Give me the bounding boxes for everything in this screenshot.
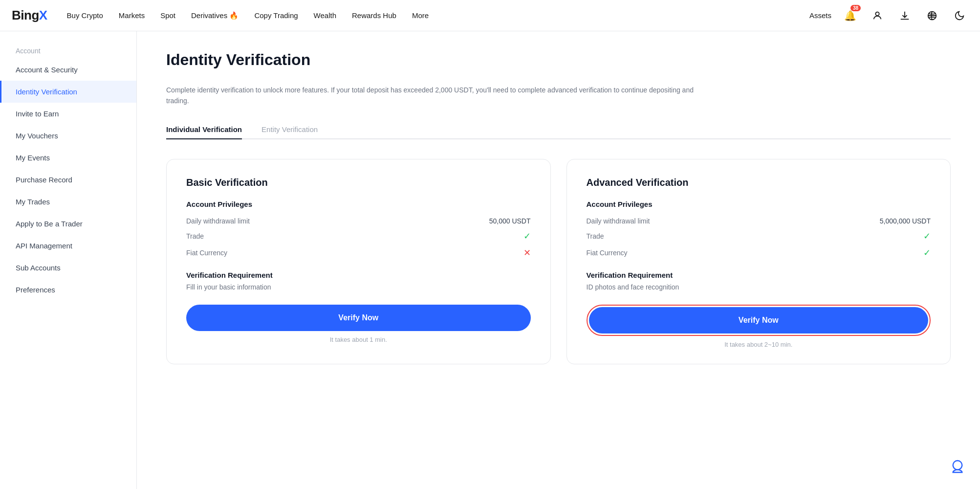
sidebar-item-api-management[interactable]: API Management <box>0 235 136 257</box>
sidebar-item-my-vouchers[interactable]: My Vouchers <box>0 125 136 147</box>
notification-button[interactable]: 🔔 38 <box>841 7 859 24</box>
advanced-withdrawal-label: Daily withdrawal limit <box>587 217 650 225</box>
advanced-verify-now-button[interactable]: Verify Now <box>589 307 929 333</box>
advanced-req-label: Verification Requirement <box>587 271 931 279</box>
nav-copy-trading[interactable]: Copy Trading <box>254 11 298 20</box>
verification-tabs: Individual Verification Entity Verificat… <box>166 120 951 139</box>
fiat-x-icon: ✕ <box>523 247 531 258</box>
language-button[interactable] <box>923 7 941 24</box>
advanced-fiat-check-icon: ✓ <box>923 247 931 258</box>
basic-verify-time: It takes about 1 min. <box>186 336 531 343</box>
basic-withdrawal-label: Daily withdrawal limit <box>186 217 250 225</box>
advanced-withdrawal-value: 5,000,000 USDT <box>880 217 931 225</box>
nav-derivatives[interactable]: Derivatives 🔥 <box>191 11 239 20</box>
support-chat-button[interactable] <box>947 456 968 477</box>
nav-rewards-hub[interactable]: Rewards Hub <box>352 11 396 20</box>
page-description: Complete identity verification to unlock… <box>166 85 704 107</box>
sidebar-item-preferences[interactable]: Preferences <box>0 279 136 301</box>
basic-withdrawal-limit-row: Daily withdrawal limit 50,000 USDT <box>186 214 531 228</box>
download-button[interactable] <box>896 7 914 24</box>
sidebar: Account Account & Security Identity Veri… <box>0 31 137 489</box>
tab-individual-verification[interactable]: Individual Verification <box>166 120 242 139</box>
basic-trade-label: Trade <box>186 232 204 240</box>
basic-withdrawal-value: 50,000 USDT <box>489 217 531 225</box>
basic-fiat-row: Fiat Currency ✕ <box>186 244 531 261</box>
basic-card-title: Basic Verification <box>186 177 531 188</box>
advanced-trade-label: Trade <box>587 232 604 240</box>
nav-spot[interactable]: Spot <box>160 11 175 20</box>
nav-buy-crypto[interactable]: Buy Crypto <box>67 11 103 20</box>
header: BingX Buy Crypto Markets Spot Derivative… <box>0 0 980 31</box>
page-title: Identity Verification <box>166 51 951 69</box>
main-nav: Buy Crypto Markets Spot Derivatives 🔥 Co… <box>67 11 809 20</box>
advanced-verification-card: Advanced Verification Account Privileges… <box>566 159 951 364</box>
nav-wealth[interactable]: Wealth <box>314 11 336 20</box>
advanced-fiat-row: Fiat Currency ✓ <box>587 244 931 261</box>
sidebar-group-label: Account <box>0 43 136 59</box>
nav-more[interactable]: More <box>412 11 429 20</box>
header-actions: Assets 🔔 38 <box>809 7 968 24</box>
advanced-fiat-label: Fiat Currency <box>587 249 628 257</box>
verification-cards: Basic Verification Account Privileges Da… <box>166 159 951 364</box>
advanced-verify-time: It takes about 2~10 min. <box>587 341 931 348</box>
basic-privileges-label: Account Privileges <box>186 200 531 208</box>
main-content: Identity Verification Complete identity … <box>137 31 980 489</box>
advanced-privileges-label: Account Privileges <box>587 200 931 208</box>
tab-entity-verification[interactable]: Entity Verification <box>261 120 318 139</box>
sidebar-item-sub-accounts[interactable]: Sub Accounts <box>0 257 136 279</box>
notification-badge: 38 <box>850 5 861 11</box>
advanced-req-text: ID photos and face recognition <box>587 283 931 291</box>
advanced-verify-btn-wrapper: Verify Now <box>587 305 931 336</box>
sidebar-item-identity-verification[interactable]: Identity Verification <box>0 81 136 103</box>
basic-req-text: Fill in your basic information <box>186 283 531 291</box>
sidebar-item-my-events[interactable]: My Events <box>0 147 136 169</box>
profile-button[interactable] <box>869 7 886 24</box>
assets-button[interactable]: Assets <box>809 11 831 20</box>
advanced-trade-row: Trade ✓ <box>587 228 931 244</box>
sidebar-item-account-security[interactable]: Account & Security <box>0 59 136 81</box>
page-layout: Account Account & Security Identity Veri… <box>0 31 980 489</box>
advanced-card-title: Advanced Verification <box>587 177 931 188</box>
basic-verify-now-button[interactable]: Verify Now <box>186 305 531 331</box>
theme-toggle[interactable] <box>951 7 968 24</box>
advanced-trade-check-icon: ✓ <box>923 231 931 242</box>
sidebar-item-my-trades[interactable]: My Trades <box>0 191 136 213</box>
basic-verification-card: Basic Verification Account Privileges Da… <box>166 159 551 364</box>
nav-markets[interactable]: Markets <box>119 11 145 20</box>
logo[interactable]: BingX <box>12 8 47 23</box>
basic-trade-row: Trade ✓ <box>186 228 531 244</box>
sidebar-item-purchase-record[interactable]: Purchase Record <box>0 169 136 191</box>
sidebar-item-invite-to-earn[interactable]: Invite to Earn <box>0 103 136 125</box>
sidebar-item-apply-trader[interactable]: Apply to Be a Trader <box>0 213 136 235</box>
advanced-withdrawal-limit-row: Daily withdrawal limit 5,000,000 USDT <box>587 214 931 228</box>
basic-req-label: Verification Requirement <box>186 271 531 279</box>
svg-point-0 <box>875 12 879 15</box>
basic-fiat-label: Fiat Currency <box>186 249 227 257</box>
trade-check-icon: ✓ <box>523 231 531 242</box>
